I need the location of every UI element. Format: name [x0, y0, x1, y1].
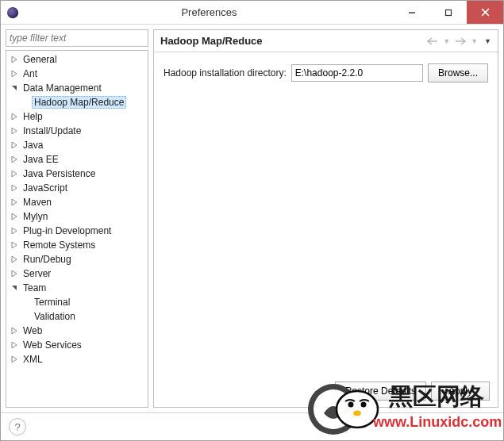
- bottom-bar: ?: [1, 412, 503, 440]
- tree-item-label: Plug-in Development: [21, 224, 113, 237]
- page-footer: Restore Defaults Apply: [154, 375, 498, 407]
- tree-item-label: Web: [21, 324, 44, 337]
- tree-item-label: Java EE: [21, 153, 61, 166]
- chevron-right-icon[interactable]: [10, 112, 19, 121]
- chevron-right-icon[interactable]: [10, 212, 19, 221]
- right-pane: Hadoop Map/Reduce ▼ ▼ ▼ Hadoop installat…: [153, 29, 498, 408]
- window-controls: [394, 1, 503, 24]
- page-content: Hadoop installation directory: Browse...: [154, 52, 498, 375]
- tree-item[interactable]: Mylyn: [6, 209, 148, 224]
- tree-item-label: General: [21, 53, 60, 66]
- back-icon[interactable]: [427, 37, 438, 45]
- tree-item[interactable]: Web Services: [6, 338, 148, 352]
- tree-item[interactable]: JavaScript: [6, 181, 148, 195]
- forward-icon[interactable]: [455, 37, 466, 45]
- forward-dropdown-icon[interactable]: ▼: [471, 37, 478, 45]
- page-nav-icons: ▼ ▼ ▼: [427, 37, 491, 45]
- dialog-body: GeneralAntData ManagementHadoop Map/Redu…: [1, 25, 503, 412]
- tree-item-label: Java Persistence: [21, 167, 98, 180]
- tree-item[interactable]: Web: [6, 324, 148, 338]
- chevron-right-icon[interactable]: [10, 69, 19, 79]
- window-title: Preferences: [25, 6, 394, 18]
- tree-item[interactable]: Help: [6, 109, 148, 124]
- tree-item-label: Install/Update: [21, 125, 83, 137]
- left-pane: GeneralAntData ManagementHadoop Map/Redu…: [6, 29, 148, 408]
- tree-item[interactable]: Data Management: [6, 81, 148, 95]
- help-icon[interactable]: ?: [9, 418, 26, 435]
- tree-item[interactable]: Maven: [6, 195, 148, 209]
- chevron-right-icon[interactable]: [10, 326, 19, 336]
- chevron-right-icon[interactable]: [10, 340, 19, 350]
- titlebar: Preferences: [1, 1, 503, 25]
- filter-input[interactable]: [6, 29, 148, 47]
- chevron-right-icon[interactable]: [10, 226, 19, 236]
- tree-item-label: Remote Systems: [21, 239, 98, 251]
- tree-item-label: Ant: [21, 67, 40, 80]
- back-dropdown-icon[interactable]: ▼: [443, 37, 450, 45]
- chevron-right-icon[interactable]: [10, 55, 19, 64]
- tree-item[interactable]: Java EE: [6, 152, 148, 167]
- page-header: Hadoop Map/Reduce ▼ ▼ ▼: [154, 30, 498, 52]
- chevron-right-icon[interactable]: [10, 240, 19, 250]
- tree-item[interactable]: Terminal: [6, 295, 148, 309]
- svg-rect-1: [446, 10, 452, 15]
- browse-button[interactable]: Browse...: [428, 63, 488, 82]
- tree-item[interactable]: Team: [6, 281, 148, 295]
- chevron-right-icon[interactable]: [10, 355, 19, 364]
- chevron-down-icon[interactable]: [10, 283, 19, 293]
- chevron-right-icon[interactable]: [10, 255, 19, 264]
- tree-item-label: Server: [21, 267, 53, 280]
- tree-item[interactable]: Validation: [6, 309, 148, 324]
- tree-item[interactable]: Hadoop Map/Reduce: [6, 95, 148, 109]
- tree-item-label: JavaScript: [21, 182, 70, 194]
- category-tree[interactable]: GeneralAntData ManagementHadoop Map/Redu…: [6, 50, 148, 408]
- tree-item-label: Hadoop Map/Reduce: [32, 96, 126, 109]
- tree-item[interactable]: Remote Systems: [6, 238, 148, 252]
- tree-item[interactable]: Ant: [6, 67, 148, 81]
- tree-item[interactable]: Run/Debug: [6, 252, 148, 267]
- tree-item[interactable]: Install/Update: [6, 124, 148, 138]
- tree-item-label: Run/Debug: [21, 253, 74, 266]
- view-menu-icon[interactable]: ▼: [484, 37, 491, 45]
- tree-item[interactable]: Plug-in Development: [6, 224, 148, 238]
- tree-item-label: Web Services: [21, 339, 84, 351]
- restore-defaults-button[interactable]: Restore Defaults: [335, 382, 426, 401]
- preferences-window: Preferences GeneralAntData ManagementHad…: [0, 0, 504, 441]
- chevron-right-icon[interactable]: [10, 197, 19, 207]
- page-title: Hadoop Map/Reduce: [160, 35, 427, 47]
- maximize-button[interactable]: [430, 1, 467, 24]
- chevron-down-icon[interactable]: [10, 83, 19, 93]
- tree-item[interactable]: General: [6, 52, 148, 67]
- chevron-right-icon[interactable]: [10, 140, 19, 150]
- chevron-right-icon[interactable]: [10, 126, 19, 136]
- tree-item[interactable]: XML: [6, 352, 148, 366]
- tree-item-label: Terminal: [32, 296, 72, 309]
- tree-item[interactable]: Java: [6, 138, 148, 152]
- install-dir-label: Hadoop installation directory:: [164, 67, 287, 79]
- chevron-right-icon[interactable]: [10, 155, 19, 164]
- tree-item-label: Maven: [21, 196, 54, 209]
- tree-item[interactable]: Server: [6, 267, 148, 281]
- tree-item-label: Java: [21, 139, 45, 151]
- apply-button[interactable]: Apply: [431, 382, 490, 401]
- close-button[interactable]: [467, 1, 503, 24]
- chevron-right-icon[interactable]: [10, 183, 19, 193]
- twisty-spacer: [21, 98, 30, 107]
- install-dir-input[interactable]: [291, 64, 423, 82]
- chevron-right-icon[interactable]: [10, 269, 19, 278]
- twisty-spacer: [21, 312, 30, 321]
- tree-item[interactable]: Java Persistence: [6, 167, 148, 181]
- install-dir-row: Hadoop installation directory: Browse...: [164, 63, 488, 82]
- minimize-button[interactable]: [394, 1, 430, 24]
- tree-item-label: Mylyn: [21, 210, 50, 223]
- tree-item-label: Team: [21, 282, 48, 294]
- tree-item-label: Help: [21, 110, 45, 123]
- tree-item-label: Validation: [32, 310, 78, 323]
- eclipse-icon: [1, 1, 25, 25]
- chevron-right-icon[interactable]: [10, 169, 19, 178]
- twisty-spacer: [21, 297, 30, 307]
- tree-item-label: Data Management: [21, 82, 104, 94]
- tree-item-label: XML: [21, 353, 45, 366]
